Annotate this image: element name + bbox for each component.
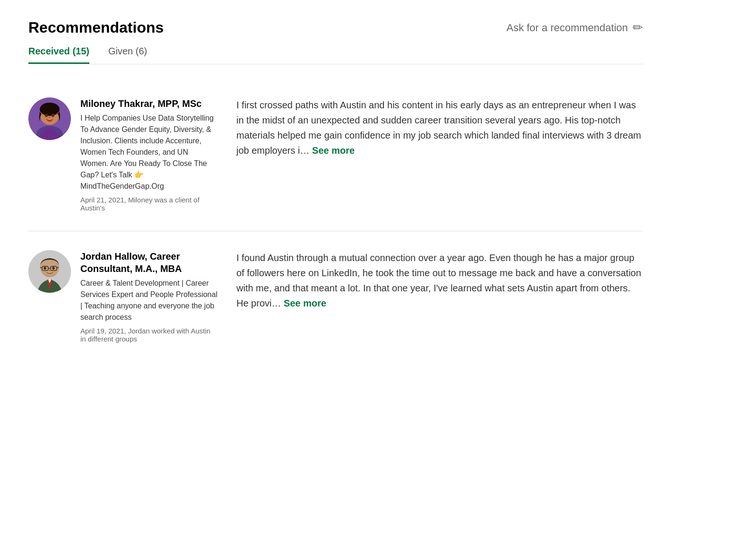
recommender-info: Miloney Thakrar, MPP, MSc I Help Compani… xyxy=(28,97,217,212)
recommender-headline: Career & Talent Development | Career Ser… xyxy=(80,278,217,323)
recommendation-text: I found Austin through a mutual connecti… xyxy=(236,250,643,343)
recommender-name: Miloney Thakrar, MPP, MSc xyxy=(80,97,217,110)
recommender-headline: I Help Companies Use Data Storytelling T… xyxy=(80,113,217,192)
svg-point-3 xyxy=(40,103,60,116)
svg-point-16 xyxy=(49,270,51,271)
ask-recommendation-label: Ask for a recommendation xyxy=(506,22,628,34)
section-title: Recommendations xyxy=(28,19,164,36)
recommendations-tabs: Received (15) Given (6) xyxy=(28,46,643,64)
svg-point-14 xyxy=(44,267,46,270)
recommendation-date: April 21, 2021, Miloney was a client of … xyxy=(80,196,217,212)
recommendations-list: Miloney Thakrar, MPP, MSc I Help Compani… xyxy=(28,79,643,362)
recommender-details: Jordan Hallow, Career Consultant, M.A., … xyxy=(80,250,217,343)
edit-icon: ✏ xyxy=(633,20,643,35)
recommendations-section: Recommendations Ask for a recommendation… xyxy=(28,19,643,362)
svg-point-15 xyxy=(52,267,55,270)
recommender-info: Jordan Hallow, Career Consultant, M.A., … xyxy=(28,250,217,343)
avatar xyxy=(28,250,71,293)
recommendation-body: I first crossed paths with Austin and hi… xyxy=(236,100,641,156)
tab-given[interactable]: Given (6) xyxy=(108,46,147,64)
tab-received[interactable]: Received (15) xyxy=(28,46,89,64)
section-header: Recommendations Ask for a recommendation… xyxy=(28,19,643,36)
recommendation-date: April 19, 2021, Jordan worked with Austi… xyxy=(80,327,217,343)
svg-point-5 xyxy=(52,114,54,117)
recommendation-item: Miloney Thakrar, MPP, MSc I Help Compani… xyxy=(28,79,643,231)
avatar xyxy=(28,97,71,140)
see-more-link[interactable]: See more xyxy=(312,145,355,156)
recommender-details: Miloney Thakrar, MPP, MSc I Help Compani… xyxy=(80,97,217,212)
ask-recommendation-button[interactable]: Ask for a recommendation ✏ xyxy=(506,20,643,35)
svg-point-6 xyxy=(49,117,51,118)
svg-point-4 xyxy=(45,114,48,117)
recommender-name: Jordan Hallow, Career Consultant, M.A., … xyxy=(80,250,217,275)
recommendation-text: I first crossed paths with Austin and hi… xyxy=(236,97,643,212)
see-more-link[interactable]: See more xyxy=(284,298,326,308)
recommendation-item: Jordan Hallow, Career Consultant, M.A., … xyxy=(28,231,643,362)
